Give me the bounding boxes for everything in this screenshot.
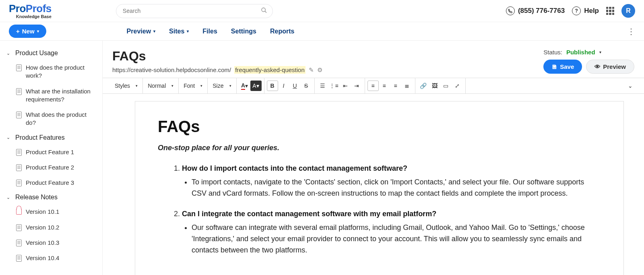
tb-font[interactable]: Font▾ [179,78,208,93]
status-block: Status: Published ▾ 🗎 Save 👁 Preview [543,49,634,74]
topbar: ProProfs Knowledge Base (855) 776-7763 ?… [0,0,644,22]
status-label: Status: [543,49,562,56]
faq-item[interactable]: Can I integrate the contact management s… [182,210,601,256]
editor-area[interactable]: FAQs One-stop place for all your queries… [103,94,644,275]
align-right-icon[interactable]: ≡ [390,81,401,91]
tab-settings[interactable]: Settings [231,28,256,35]
chevron-down-icon: ▾ [37,29,39,33]
avatar[interactable]: R [621,4,635,18]
doc-icon [16,64,22,71]
link-icon[interactable]: 🔗 [418,81,429,91]
gear-icon[interactable]: ⚙ [317,66,322,74]
faq-answer[interactable]: To import contacts, navigate to the 'Con… [192,177,601,199]
tb-styles[interactable]: Styles▾ [110,78,143,93]
sidebar-item[interactable]: Version 10.3 [0,235,102,250]
sidebar-item[interactable]: How does the product work? [0,60,102,84]
toolbar-expand-icon[interactable]: ⌄ [624,83,637,89]
tab-preview[interactable]: Preview▾ [127,28,155,35]
faq-question[interactable]: Can I integrate the contact management s… [182,210,436,218]
align-center-icon[interactable]: ≡ [379,81,390,91]
tb-normal[interactable]: Normal▾ [143,78,179,93]
url-slug[interactable]: frequently-asked-question [234,66,305,74]
doc-sheet[interactable]: FAQs One-stop place for all your queries… [135,101,624,275]
eye-icon: 👁 [594,63,601,70]
doc-icon [16,240,22,246]
editor-toolbar: Styles▾ Normal▾ Font▾ Size▾ A▾ A▾ B I U … [103,78,644,94]
chevron-down-icon: ▾ [187,29,189,33]
sidebar-item[interactable]: What does the product do? [0,107,102,131]
strike-icon[interactable]: S [301,81,312,91]
image-icon[interactable]: 🖼 [429,81,440,91]
sidebar-item[interactable]: Version 10.4 [0,250,102,266]
ol-icon[interactable]: ☰ [317,81,328,91]
faq-list[interactable]: How do I import contacts into the contac… [158,164,601,256]
ul-icon[interactable]: ⋮≡ [328,81,340,91]
tb-size[interactable]: Size▾ [208,78,236,93]
help-icon: ? [572,6,581,15]
outdent-icon[interactable]: ⇤ [340,81,351,91]
tab-sites[interactable]: Sites▾ [169,28,189,35]
italic-icon[interactable]: I [278,81,289,91]
doc-icon [16,255,22,262]
fullscreen-icon[interactable]: ⤢ [452,81,463,91]
help-link[interactable]: ? Help [572,6,599,15]
chevron-down-icon: ▾ [200,84,202,88]
sidebar-item[interactable]: Version 10.2 [0,220,102,235]
svg-line-1 [265,11,266,13]
indent-icon[interactable]: ⇥ [351,81,362,91]
doc-icon [16,164,22,171]
sidebar-section-product-usage[interactable]: ⌄ Product Usage [0,46,102,60]
sidebar-item[interactable]: Product Feature 3 [0,175,102,190]
doc-icon [16,224,22,231]
plus-icon: + [16,28,20,35]
phone-link[interactable]: (855) 776-7763 [506,6,565,15]
save-button[interactable]: 🗎 Save [543,60,582,74]
more-menu-icon[interactable]: ⋮ [627,27,635,36]
tab-reports[interactable]: Reports [270,28,294,35]
status-value: Published [566,49,595,56]
top-right: (855) 776-7763 ? Help R [506,4,635,18]
content-header: FAQs https://creative-solution.helpdocso… [103,41,644,78]
doc-h1[interactable]: FAQs [158,118,601,136]
chevron-down-icon: ▾ [153,29,155,33]
faq-item[interactable]: How do I import contacts into the contac… [182,164,601,199]
apps-icon[interactable] [606,7,614,15]
save-icon: 🗎 [551,63,557,70]
bold-icon[interactable]: B [267,81,278,91]
new-button[interactable]: + New ▾ [9,25,46,38]
sidebar-section-product-features[interactable]: ⌄ Product Features [0,131,102,145]
search-icon[interactable] [261,7,267,15]
sidebar-item[interactable]: Product Feature 1 [0,145,102,160]
chevron-down-icon: ▾ [171,84,173,88]
align-left-icon[interactable]: ≡ [367,81,379,91]
help-label: Help [584,7,599,15]
underline-icon[interactable]: U [289,81,301,91]
phone-icon [506,6,515,15]
brand-logo[interactable]: ProProfs Knowledge Base [9,3,52,19]
second-row: + New ▾ Preview▾ Sites▾ Files Settings R… [0,22,644,41]
sidebar-item[interactable]: What are the installation requirements? [0,84,102,108]
sidebar: ⌄ Product Usage How does the product wor… [0,41,103,275]
doc-sub[interactable]: One-stop place for all your queries. [158,144,601,152]
sidebar-section-release-notes[interactable]: ⌄ Release Notes [0,190,102,204]
new-label: New [22,28,35,35]
edit-icon[interactable]: ✎ [309,66,314,74]
tab-files[interactable]: Files [202,28,217,35]
search-input[interactable] [116,4,273,18]
chevron-down-icon: ▾ [229,84,231,88]
sidebar-item[interactable]: Version 10.1 [0,204,102,219]
doc-icon [16,88,22,95]
sidebar-item[interactable]: Product Feature 2 [0,160,102,175]
bg-color-icon[interactable]: A▾ [250,81,262,91]
doc-icon [16,149,22,156]
chevron-down-icon: ⌄ [6,51,11,56]
embed-icon[interactable]: ▭ [440,81,452,91]
chevron-down-icon[interactable]: ▾ [599,50,601,54]
faq-question[interactable]: How do I import contacts into the contac… [182,164,407,172]
text-color-icon[interactable]: A▾ [239,81,250,91]
align-justify-icon[interactable]: ≣ [401,81,413,91]
chevron-down-icon: ⌄ [6,195,11,200]
faq-answer[interactable]: Our software can integrate with several … [192,222,601,256]
preview-button[interactable]: 👁 Preview [586,60,634,74]
search-wrap [116,4,273,18]
